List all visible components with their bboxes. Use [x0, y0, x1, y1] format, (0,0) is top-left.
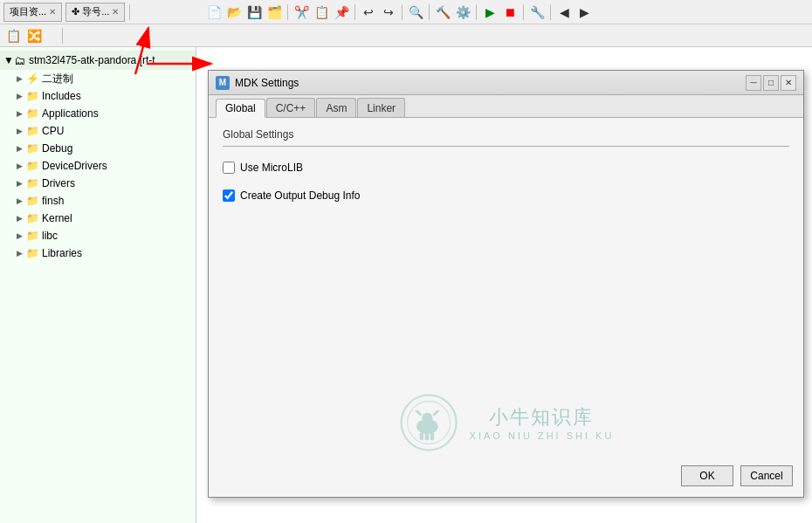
kernel-expand: ▶ [14, 213, 24, 224]
tree-item-cpu[interactable]: ▶ 📁 CPU [0, 122, 196, 140]
watermark-text: 小牛知识库 XIAO NIU ZHI SHI KU [470, 404, 615, 441]
dialog-maximize-btn[interactable]: □ [763, 75, 779, 91]
finsh-folder-icon: 📁 [26, 195, 39, 207]
dd-label: DeviceDrivers [42, 160, 107, 172]
dialog-titlebar: M MDK Settings ─ □ ✕ [209, 71, 803, 95]
watermark-cn: 小牛知识库 [470, 404, 615, 430]
dialog-icon: M [216, 76, 230, 90]
settings-btn[interactable]: 🔧 [527, 3, 547, 22]
project-tab-close[interactable]: ✕ [49, 7, 56, 17]
ts2 [287, 4, 288, 20]
dd-folder-icon: 📁 [26, 160, 39, 172]
tab-cpp[interactable]: C/C++ [266, 98, 316, 117]
tree-item-libraries[interactable]: ▶ 📁 Libraries [0, 244, 196, 262]
dd-expand: ▶ [14, 161, 24, 171]
next-btn[interactable]: ▶ [575, 3, 594, 22]
tree-item-binary[interactable]: ▶ ⚡ 二进制 [0, 70, 196, 87]
tree-item-kernel[interactable]: ▶ 📁 Kernel [0, 210, 196, 227]
ts5 [429, 4, 430, 20]
create-debug-info-checkbox[interactable] [223, 189, 235, 202]
dialog-controls: ─ □ ✕ [746, 75, 796, 91]
dialog-close-btn[interactable]: ✕ [781, 75, 796, 91]
create-debug-info-row: Create Output Debug Info [223, 185, 789, 206]
ts3 [354, 4, 355, 20]
mdk-dialog: M MDK Settings ─ □ ✕ Global C/C++ Asm Li… [208, 70, 804, 498]
watermark-en: XIAO NIU ZHI SHI KU [470, 430, 615, 441]
project-tab[interactable]: 项目资... ✕ [3, 3, 62, 22]
save-btn[interactable]: 💾 [244, 3, 264, 22]
find-btn[interactable]: 🔍 [406, 3, 425, 22]
root-expand-icon: ▼ [3, 54, 14, 66]
ok-button[interactable]: OK [681, 465, 733, 486]
libc-label: libc [42, 230, 58, 242]
symbols-tab-label: ✤ 导号... [72, 5, 109, 18]
applications-expand: ▶ [14, 108, 24, 119]
tab-asm[interactable]: Asm [316, 98, 356, 117]
tree-item-devicedrivers[interactable]: ▶ 📁 DeviceDrivers [0, 157, 196, 175]
tree-item-drivers[interactable]: ▶ 📁 Drivers [0, 175, 196, 192]
tree-item-applications[interactable]: ▶ 📁 Applications [0, 105, 196, 122]
paste-btn[interactable]: 📌 [332, 3, 351, 22]
includes-label: Includes [42, 90, 81, 102]
build-btn[interactable]: 🔨 [433, 3, 452, 22]
cancel-button[interactable]: Cancel [740, 465, 793, 486]
stop-btn[interactable]: ⏹ [500, 3, 520, 22]
main-toolbar: 📄 📂 💾 🗂️ ✂️ 📋 📌 ↩ ↪ 🔍 🔨 ⚙️ ▶ ⏹ 🔧 ◀ ▶ [201, 0, 812, 24]
symbols-tab[interactable]: ✤ 导号... ✕ [65, 3, 125, 22]
open-btn[interactable]: 📂 [224, 3, 244, 22]
tb2-btn2[interactable]: 🔀 [24, 26, 44, 45]
create-debug-info-label: Create Output Debug Info [240, 189, 360, 202]
svg-point-3 [422, 413, 432, 423]
tab-bar: Global C/C++ Asm Linker [209, 95, 803, 118]
dialog-minimize-btn[interactable]: ─ [746, 75, 761, 91]
libraries-label: Libraries [42, 247, 82, 259]
dialog-title: MDK Settings [235, 77, 746, 89]
section-header: Global Settings [223, 128, 789, 141]
tab-global[interactable]: Global [216, 99, 265, 118]
project-tab-label: 项目资... [10, 5, 46, 18]
tab-global-label: Global [225, 102, 256, 114]
redo-btn[interactable]: ↪ [379, 3, 398, 22]
build-all-btn[interactable]: ⚙️ [453, 3, 472, 22]
tab-linker[interactable]: Linker [357, 98, 405, 117]
libc-folder-icon: 📁 [26, 230, 39, 242]
includes-folder-icon: 📁 [26, 90, 39, 102]
prev-btn[interactable]: ◀ [554, 3, 574, 22]
libraries-expand: ▶ [14, 248, 24, 258]
debug-folder-icon: 📁 [26, 142, 39, 155]
tree-item-libc[interactable]: ▶ 📁 libc [0, 227, 196, 244]
root-label: stm32l475-atk-pandora [rt-t [29, 54, 155, 66]
binary-icon: ⚡ [26, 72, 39, 85]
tree-item-finsh[interactable]: ▶ 📁 finsh [0, 192, 196, 210]
applications-label: Applications [42, 107, 99, 120]
toolbar-row2: 📋 🔀 [0, 24, 812, 47]
tree-item-debug[interactable]: ▶ 📁 Debug [0, 140, 196, 157]
use-microlib-label: Use MicroLIB [240, 162, 303, 174]
toolbar-sep1 [129, 4, 130, 20]
cut-btn[interactable]: ✂️ [292, 3, 311, 22]
left-panel: ▼ 🗂 stm32l475-atk-pandora [rt-t ▶ ⚡ 二进制 … [0, 47, 196, 523]
ts8 [550, 4, 551, 20]
finsh-label: finsh [42, 195, 64, 207]
undo-btn[interactable]: ↩ [359, 3, 378, 22]
copy-btn[interactable]: 📋 [312, 3, 331, 22]
watermark: 小牛知识库 XIAO NIU ZHI SHI KU [398, 392, 615, 453]
section-divider [223, 146, 789, 147]
tree-root[interactable]: ▼ 🗂 stm32l475-atk-pandora [rt-t [0, 51, 196, 70]
tab-cpp-label: C/C++ [276, 102, 306, 114]
use-microlib-row: Use MicroLIB [223, 157, 789, 178]
ts9 [62, 28, 63, 44]
debug-label: Debug [42, 142, 72, 155]
tb2-btn1[interactable]: 📋 [3, 26, 23, 45]
tree-item-includes[interactable]: ▶ 📁 Includes [0, 87, 196, 105]
section-title: Global Settings [223, 128, 293, 141]
tab-linker-label: Linker [367, 102, 396, 114]
run-btn[interactable]: ▶ [480, 3, 499, 22]
use-microlib-checkbox[interactable] [223, 162, 235, 174]
ide-window: 项目资... ✕ ✤ 导号... ✕ 📄 📂 💾 🗂️ ✂️ 📋 📌 ↩ ↪ 🔍… [0, 0, 812, 523]
svg-rect-5 [424, 433, 428, 440]
save-all-btn[interactable]: 🗂️ [265, 3, 284, 22]
symbols-tab-close[interactable]: ✕ [112, 7, 119, 17]
tab-asm-label: Asm [326, 102, 347, 114]
new-btn[interactable]: 📄 [204, 3, 224, 22]
